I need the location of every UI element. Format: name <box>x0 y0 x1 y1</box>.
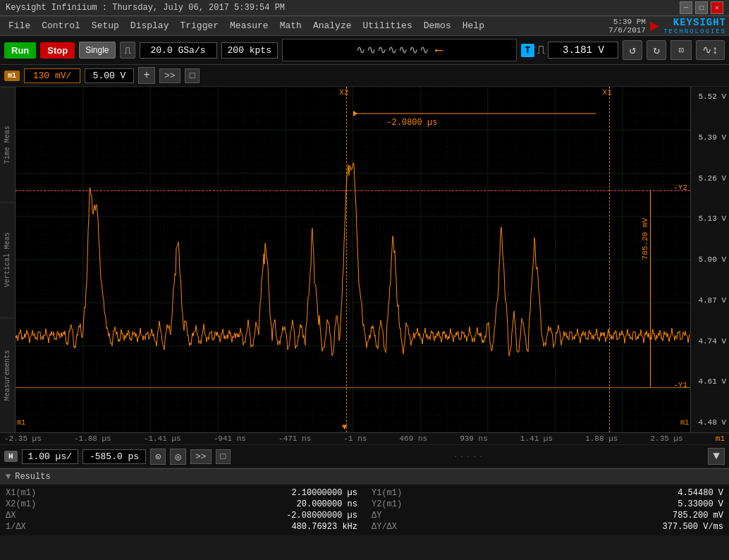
horiz-arrows-button[interactable]: >> <box>190 449 212 464</box>
vertical-meas-label: Vertical Meas <box>0 202 15 317</box>
single-button[interactable]: Single <box>79 42 115 59</box>
scale-label-0: 5.52 V <box>694 92 726 101</box>
channel-badge: m1 <box>4 71 20 81</box>
delta-t-arrow <box>353 107 596 122</box>
menu-measure[interactable]: Measure <box>224 18 274 33</box>
time-right-label: m1 <box>716 434 725 443</box>
time-label-4: -471 ns <box>278 434 311 443</box>
time-scale: -2.35 µs -1.88 µs -1.41 µs -941 ns -471 … <box>0 432 729 444</box>
collapse-button[interactable]: ▼ <box>708 448 725 465</box>
result-row-dx: ΔX -2.08000000 µs <box>6 510 357 521</box>
results-panel: ▼ Results X1(m1) 2.10000000 µs X2(m1) 20… <box>0 468 729 535</box>
time-label-3: -941 ns <box>214 434 246 443</box>
right-scale: 5.52 V 5.39 V 5.26 V 5.13 V 5.00 V 4.87 … <box>690 87 729 432</box>
time-label-5: -1 ns <box>343 434 367 443</box>
channel-row: m1 130 mV/ 5.00 V + >> □ <box>0 65 729 87</box>
results-toggle[interactable]: ▼ <box>6 472 11 482</box>
horiz-delay[interactable]: -585.0 ps <box>82 449 146 464</box>
horiz-badge: H <box>4 451 18 462</box>
channel-arrows-button[interactable]: >> <box>159 68 180 83</box>
result-val-dx: -2.08000000 µs <box>286 511 357 521</box>
trigger-value-display[interactable]: 3.181 V <box>548 42 618 59</box>
channel-ref-button[interactable]: □ <box>185 68 200 83</box>
horiz-icon1-button[interactable]: ⊙ <box>150 449 166 465</box>
close-button[interactable]: ✕ <box>711 1 723 14</box>
trig-level-line-icon: ⟵ <box>436 43 443 57</box>
menu-setup[interactable]: Setup <box>86 18 125 33</box>
scope-display[interactable]: X2 X1 -Y2 -Y1 -2.0800 µs 785.20 mV m1 m1… <box>16 87 690 432</box>
result-key-y1: Y1(m1) <box>372 488 456 498</box>
menu-file[interactable]: File <box>3 18 36 33</box>
time-label-7: 939 ns <box>460 434 488 443</box>
result-key-dydx: ΔY/ΔX <box>372 522 456 532</box>
result-key-dx: ΔX <box>6 511 90 521</box>
scale-label-3: 5.13 V <box>694 214 726 223</box>
result-val-1dx: 480.76923 kHz <box>291 522 357 532</box>
delta-arrow-svg <box>353 107 596 120</box>
menu-help[interactable]: Help <box>457 18 490 33</box>
results-right-col: Y1(m1) 4.54480 V Y2(m1) 5.33000 V ΔY 785… <box>372 487 723 532</box>
sample-rate-display[interactable]: 20.0 GSa/s <box>140 42 217 59</box>
waveform-canvas <box>16 87 690 432</box>
minimize-button[interactable]: ─ <box>680 1 692 14</box>
horiz-ref-button[interactable]: □ <box>216 449 231 464</box>
channel-offset[interactable]: 5.00 V <box>85 68 134 83</box>
trigger-waveform-display: ∿∿∿∿∿∿∿ ⟵ <box>282 39 517 61</box>
drag-handle: ····· <box>235 453 704 461</box>
channel-vdiv[interactable]: 130 mV/ <box>24 68 80 83</box>
clock-display: 5:39 PM 7/6/2017 <box>608 18 646 35</box>
channel-plus-button[interactable]: + <box>138 67 155 84</box>
toolbar: Run Stop Single ⎍ 20.0 GSa/s 200 kpts ∿∿… <box>0 36 729 65</box>
scale-label-2: 5.26 V <box>694 174 726 183</box>
menu-display[interactable]: Display <box>125 18 175 33</box>
scale-label-6: 4.74 V <box>694 337 726 346</box>
result-val-y2: 5.33000 V <box>678 499 723 509</box>
time-label-6: 469 ns <box>399 434 427 443</box>
horizontal-row: H 1.00 µs/ -585.0 ps ⊙ ◎ >> □ ····· ▼ <box>0 444 729 468</box>
result-key-1dx: 1/ΔX <box>6 522 90 532</box>
results-left-col: X1(m1) 2.10000000 µs X2(m1) 20.000000 ns… <box>6 487 357 532</box>
logo-sub: TECHNOLOGIES <box>663 28 726 35</box>
title-bar: Keysight Infiniium : Thursday, July 06, … <box>0 0 729 16</box>
logo-brand: KEYSIGHT <box>673 17 726 28</box>
result-val-dydx: 377.500 V/ms <box>663 522 723 532</box>
menu-analyze[interactable]: Analyze <box>307 18 357 33</box>
horiz-icon2-button[interactable]: ◎ <box>170 449 185 465</box>
result-row-x1: X1(m1) 2.10000000 µs <box>6 487 357 499</box>
scale-label-4: 5.00 V <box>694 255 726 264</box>
result-key-dy: ΔY <box>372 511 456 521</box>
trig-wave-icon: ∿∿∿∿∿∿∿ <box>356 43 430 57</box>
menu-utilities[interactable]: Utilities <box>357 18 418 33</box>
time-label-8: 1.41 µs <box>520 434 553 443</box>
result-key-x2: X2(m1) <box>6 499 90 509</box>
menu-trigger[interactable]: Trigger <box>174 18 224 33</box>
acq-icon-button[interactable]: ⎍ <box>120 42 135 59</box>
keysight-logo: KEYSIGHT TECHNOLOGIES <box>663 17 726 35</box>
x2-bottom-marker: ▼ <box>342 422 347 432</box>
time-label-2: -1.41 µs <box>144 434 181 443</box>
scope-icon-button[interactable]: ⊡ <box>670 40 692 60</box>
restore-button[interactable]: □ <box>695 1 708 14</box>
result-row-dy: ΔY 785.200 mV <box>372 510 723 521</box>
nav-back-button[interactable]: ↺ <box>623 40 642 60</box>
scale-label-1: 5.39 V <box>694 133 726 142</box>
autoscale-button[interactable]: ∿↕ <box>696 40 725 60</box>
mem-depth-display[interactable]: 200 kpts <box>221 42 278 59</box>
measurements-label: Measurements <box>0 317 15 432</box>
time-meas-label: Time Meas <box>0 87 15 202</box>
scale-label-8: 4.48 V <box>694 418 726 427</box>
result-row-dydx: ΔY/ΔX 377.500 V/ms <box>372 521 723 532</box>
time-label-9: 1.88 µs <box>585 434 618 443</box>
menu-math[interactable]: Math <box>274 18 307 33</box>
result-val-y1: 4.54480 V <box>678 488 723 498</box>
menu-demos[interactable]: Demos <box>418 18 457 33</box>
scale-label-7: 4.61 V <box>694 377 726 386</box>
result-val-x2: 20.000000 ns <box>297 499 357 509</box>
time-label-10: 2.35 µs <box>650 434 682 443</box>
result-key-y2: Y2(m1) <box>372 499 456 509</box>
nav-fwd-button[interactable]: ↻ <box>647 40 666 60</box>
run-button[interactable]: Run <box>4 42 36 59</box>
stop-button[interactable]: Stop <box>40 42 75 59</box>
horiz-tdiv[interactable]: 1.00 µs/ <box>22 449 78 464</box>
menu-control[interactable]: Control <box>36 18 86 33</box>
